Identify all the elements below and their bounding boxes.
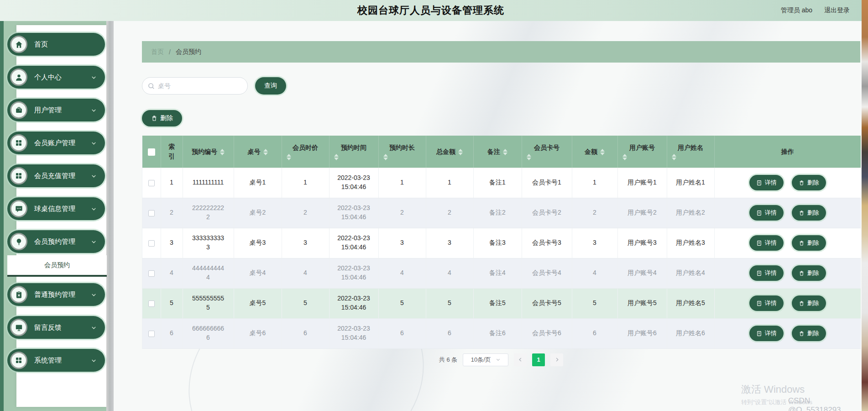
delete-button[interactable]: 删除 bbox=[792, 175, 826, 190]
delete-button[interactable]: 删除 bbox=[792, 205, 826, 221]
document-icon bbox=[756, 180, 762, 186]
prev-page-button[interactable] bbox=[514, 353, 527, 366]
sort-caret-icon[interactable] bbox=[600, 149, 605, 155]
sidebar-item-label: 首页 bbox=[34, 40, 48, 49]
sidebar-item-user-management[interactable]: 用户管理 bbox=[7, 99, 105, 121]
col-user-account[interactable]: 用户账号 bbox=[617, 136, 667, 168]
col-total[interactable]: 总金额 bbox=[426, 136, 473, 168]
sidebar-item-member-booking[interactable]: 会员预约管理 bbox=[7, 230, 105, 253]
sort-caret-icon[interactable] bbox=[458, 149, 463, 155]
breadcrumb-home-link[interactable]: 首页 bbox=[151, 48, 164, 56]
col-booking-no[interactable]: 预约编号 bbox=[183, 136, 234, 168]
chevron-down-icon bbox=[91, 173, 97, 179]
sidebar-item-label: 用户管理 bbox=[34, 106, 62, 115]
row-checkbox[interactable] bbox=[148, 180, 155, 186]
main-content: 首页 / 会员预约 查询 删除 bbox=[114, 21, 862, 411]
table-row: 1 1111111111 桌号1 1 2022-03-23 15:04:46 1… bbox=[142, 168, 861, 198]
chevron-down-icon bbox=[91, 292, 97, 298]
delete-button[interactable]: 删除 bbox=[792, 295, 826, 311]
logout-link[interactable]: 退出登录 bbox=[824, 6, 850, 15]
grid-icon bbox=[10, 167, 27, 184]
col-member-price[interactable]: 会员时价 bbox=[282, 136, 329, 168]
row-checkbox[interactable] bbox=[148, 240, 155, 247]
col-amount[interactable]: 金额 bbox=[572, 136, 617, 168]
detail-button[interactable]: 详情 bbox=[749, 265, 784, 281]
detail-button[interactable]: 详情 bbox=[749, 205, 784, 221]
search-box bbox=[142, 77, 248, 95]
sidebar-item-feedback[interactable]: 留言反馈 bbox=[7, 316, 105, 339]
trash-icon bbox=[799, 180, 805, 186]
row-checkbox[interactable] bbox=[148, 210, 155, 216]
col-duration[interactable]: 预约时长 bbox=[378, 136, 426, 168]
search-input[interactable] bbox=[158, 82, 242, 90]
page-size-select[interactable]: 10条/页 bbox=[463, 353, 508, 366]
chevron-down-icon bbox=[91, 239, 97, 245]
chevron-down-icon bbox=[91, 107, 97, 113]
chevron-down-icon bbox=[91, 325, 97, 331]
sidebar-item-personal-center[interactable]: 个人中心 bbox=[7, 66, 105, 89]
sort-caret-icon[interactable] bbox=[334, 154, 374, 160]
row-checkbox[interactable] bbox=[148, 270, 155, 277]
breadcrumb-separator: / bbox=[169, 48, 171, 56]
document-icon bbox=[756, 300, 762, 306]
monitor-icon bbox=[10, 319, 27, 336]
table-header-row: 索引 预约编号 桌号 会员时价 预约时间 预约时长 总金额 备注 会员卡号 金额… bbox=[142, 136, 861, 168]
sort-caret-icon[interactable] bbox=[527, 154, 567, 160]
clipboard-icon bbox=[10, 286, 27, 303]
briefcase-icon bbox=[10, 101, 27, 119]
grid-icon bbox=[10, 134, 27, 152]
home-icon bbox=[10, 36, 27, 53]
detail-button[interactable]: 详情 bbox=[749, 326, 784, 341]
sort-caret-icon[interactable] bbox=[220, 149, 225, 155]
sidebar-scrollbar[interactable] bbox=[106, 21, 114, 411]
trash-icon bbox=[799, 331, 805, 337]
delete-button[interactable]: 删除 bbox=[792, 326, 826, 341]
row-checkbox[interactable] bbox=[148, 331, 155, 337]
sort-caret-icon[interactable] bbox=[503, 149, 507, 155]
bulk-delete-button[interactable]: 删除 bbox=[142, 110, 182, 126]
delete-button[interactable]: 删除 bbox=[792, 265, 826, 281]
document-icon bbox=[756, 240, 762, 246]
sort-caret-icon[interactable] bbox=[287, 154, 324, 160]
sidebar-item-label: 系统管理 bbox=[34, 356, 62, 365]
trash-icon bbox=[799, 240, 805, 246]
pagination: 共 6 条 10条/页 1 bbox=[142, 353, 860, 366]
current-page-button[interactable]: 1 bbox=[532, 353, 545, 366]
sidebar-item-table-info[interactable]: 球桌信息管理 bbox=[7, 197, 105, 220]
sidebar-subitem-member-booking[interactable]: 会员预约 bbox=[7, 255, 107, 277]
sort-caret-icon[interactable] bbox=[263, 149, 268, 155]
sort-caret-icon[interactable] bbox=[383, 154, 421, 160]
user-icon bbox=[10, 68, 27, 86]
pagination-total: 共 6 条 bbox=[439, 356, 457, 364]
desktop-wallpaper-sliver bbox=[862, 0, 868, 411]
col-member-card[interactable]: 会员卡号 bbox=[522, 136, 572, 168]
table-row-hovered: 5 5555555555 桌号5 5 2022-03-23 15:04:46 5… bbox=[142, 288, 861, 318]
sidebar-item-system[interactable]: 系统管理 bbox=[7, 349, 105, 372]
chevron-down-icon bbox=[91, 74, 97, 80]
search-icon bbox=[148, 83, 155, 90]
detail-button[interactable]: 详情 bbox=[749, 235, 784, 251]
select-all-checkbox[interactable] bbox=[148, 148, 155, 156]
col-note[interactable]: 备注 bbox=[473, 136, 522, 168]
col-table-no[interactable]: 桌号 bbox=[234, 136, 282, 168]
col-user-name[interactable]: 用户姓名 bbox=[667, 136, 714, 168]
detail-button[interactable]: 详情 bbox=[749, 295, 784, 311]
sidebar-item-label: 会员预约管理 bbox=[34, 237, 75, 246]
sort-caret-icon[interactable] bbox=[672, 154, 710, 160]
breadcrumb: 首页 / 会员预约 bbox=[142, 41, 860, 63]
sidebar-item-member-account[interactable]: 会员账户管理 bbox=[7, 132, 105, 154]
trash-icon bbox=[799, 270, 805, 276]
sidebar-item-home[interactable]: 首页 bbox=[7, 33, 105, 56]
chevron-down-icon bbox=[91, 206, 97, 212]
sort-caret-icon[interactable] bbox=[622, 154, 662, 160]
sidebar-item-member-recharge[interactable]: 会员充值管理 bbox=[7, 164, 105, 187]
next-page-button[interactable] bbox=[550, 353, 563, 366]
query-button[interactable]: 查询 bbox=[255, 77, 286, 95]
sidebar-item-normal-booking[interactable]: 普通预约管理 bbox=[7, 283, 105, 306]
delete-button[interactable]: 删除 bbox=[792, 235, 826, 251]
col-booking-time[interactable]: 预约时间 bbox=[329, 136, 378, 168]
detail-button[interactable]: 详情 bbox=[749, 175, 784, 190]
row-checkbox[interactable] bbox=[148, 300, 155, 307]
sidebar-item-label: 普通预约管理 bbox=[34, 290, 75, 299]
document-icon bbox=[756, 331, 762, 337]
